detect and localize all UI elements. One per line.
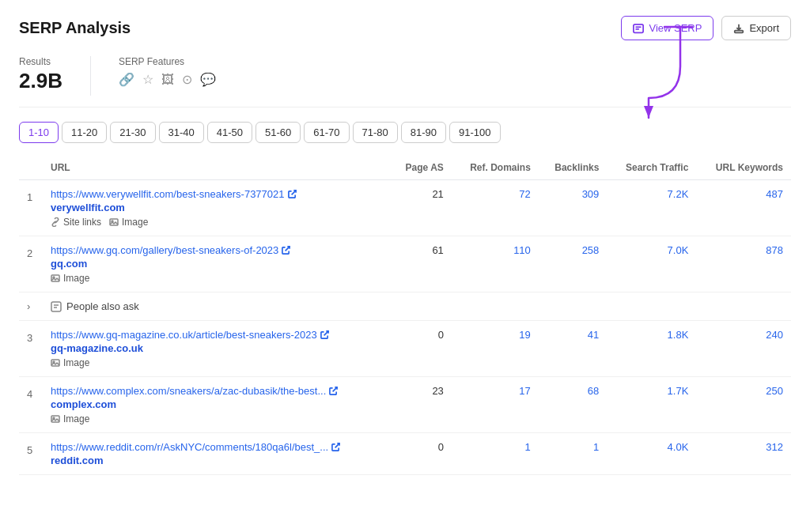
search-traffic-val[interactable]: 7.2K — [607, 180, 696, 236]
domain-link[interactable]: reddit.com — [51, 455, 382, 466]
row-num: 4 — [19, 377, 43, 433]
ref-domains-val[interactable]: 1 — [452, 433, 539, 475]
domain-link[interactable]: gq-magazine.co.uk — [51, 342, 382, 354]
svg-rect-12 — [51, 302, 61, 311]
col-url-keywords: URL Keywords — [696, 156, 791, 180]
url-link[interactable]: https://www.gq.com/gallery/best-sneakers… — [51, 244, 382, 256]
page-btn-71-80[interactable]: 71-80 — [353, 122, 398, 143]
image-feature-icon — [51, 414, 60, 424]
page-btn-91-100[interactable]: 91-100 — [449, 122, 500, 143]
backlinks-val[interactable]: 309 — [539, 180, 608, 236]
results-block: Results 2.9B — [19, 56, 62, 93]
url-link[interactable]: https://www.verywellfit.com/best-sneaker… — [51, 188, 382, 200]
view-serp-icon — [633, 23, 644, 34]
col-url: URL — [43, 156, 390, 180]
domain-link[interactable]: gq.com — [51, 258, 382, 270]
link-icon[interactable]: 🔗 — [119, 72, 134, 87]
image-feature-icon — [51, 274, 60, 283]
row-num: 1 — [19, 180, 43, 236]
expand-icon-cell: › — [19, 292, 43, 321]
image-tag-1: Image — [109, 217, 148, 228]
url-link[interactable]: https://www.reddit.com/r/AskNYC/comments… — [51, 441, 382, 453]
export-button[interactable]: Export — [721, 16, 791, 40]
meta-divider — [90, 56, 91, 96]
ref-domains-val[interactable]: 72 — [452, 180, 539, 236]
ref-domains-val[interactable]: 110 — [452, 236, 539, 292]
url-keywords-val[interactable]: 878 — [696, 236, 791, 292]
domain-link[interactable]: verywellfit.com — [51, 202, 382, 213]
serp-features-icons: 🔗 ☆ 🖼 ⊙ 💬 — [119, 72, 216, 87]
export-icon — [733, 23, 744, 34]
page-as-val: 0 — [390, 321, 452, 377]
backlinks-val[interactable]: 41 — [539, 321, 608, 377]
image-feature-icon — [51, 358, 60, 368]
meta-section: Results 2.9B SERP Features 🔗 ☆ 🖼 ⊙ 💬 — [19, 56, 791, 108]
url-keywords-val[interactable]: 250 — [696, 377, 791, 433]
results-label: Results — [19, 56, 62, 67]
serp-features-block: SERP Features 🔗 ☆ 🖼 ⊙ 💬 — [119, 56, 216, 87]
search-traffic-val[interactable]: 4.0K — [607, 433, 696, 475]
page-btn-31-40[interactable]: 31-40 — [159, 122, 204, 143]
comment-icon[interactable]: 💬 — [200, 72, 216, 87]
serp-table: URL Page AS Ref. Domains Backlinks Searc… — [19, 156, 791, 475]
url-cell: https://www.verywellfit.com/best-sneaker… — [43, 180, 390, 236]
page-as-val: 61 — [390, 236, 452, 292]
page-btn-1-10[interactable]: 1-10 — [19, 122, 59, 143]
chevron-right-icon[interactable]: › — [27, 300, 30, 312]
page-btn-41-50[interactable]: 41-50 — [207, 122, 252, 143]
external-link-icon — [331, 443, 340, 451]
col-num — [19, 156, 43, 180]
image-tag-3: Image — [51, 357, 89, 368]
external-link-icon — [329, 387, 338, 395]
page-btn-81-90[interactable]: 81-90 — [401, 122, 446, 143]
url-cell: https://www.gq.com/gallery/best-sneakers… — [43, 236, 390, 292]
page-btn-61-70[interactable]: 61-70 — [304, 122, 349, 143]
url-cell: https://www.reddit.com/r/AskNYC/comments… — [43, 433, 390, 475]
image-tag-2: Image — [51, 273, 89, 284]
url-link[interactable]: https://www.gq-magazine.co.uk/article/be… — [51, 329, 382, 341]
results-count: 2.9B — [19, 69, 62, 93]
image-icon[interactable]: 🖼 — [161, 73, 174, 87]
image-feature-icon — [109, 217, 119, 227]
search-traffic-val[interactable]: 1.8K — [607, 321, 696, 377]
domain-link[interactable]: complex.com — [51, 398, 382, 410]
table-row: 3 https://www.gq-magazine.co.uk/article/… — [19, 321, 791, 377]
page-header: SERP Analysis View SERP Export — [19, 16, 791, 40]
url-keywords-val[interactable]: 312 — [696, 433, 791, 475]
search-traffic-val[interactable]: 7.0K — [607, 236, 696, 292]
backlinks-val[interactable]: 258 — [539, 236, 608, 292]
view-serp-button[interactable]: View SERP — [621, 16, 713, 40]
url-keywords-val[interactable]: 487 — [696, 180, 791, 236]
svg-line-6 — [291, 191, 296, 195]
backlinks-val[interactable]: 68 — [539, 377, 608, 433]
page-as-val: 21 — [390, 180, 452, 236]
page-as-val: 23 — [390, 377, 452, 433]
header-actions: View SERP Export — [621, 16, 791, 40]
svg-line-21 — [335, 443, 340, 448]
table-row: 4 https://www.complex.com/sneakers/a/zac… — [19, 377, 791, 433]
row-num: 3 — [19, 321, 43, 377]
table-row: 2 https://www.gq.com/gallery/best-sneake… — [19, 236, 791, 292]
table-row: 1 https://www.verywellfit.com/best-sneak… — [19, 180, 791, 236]
image-tag-4: Image — [51, 413, 89, 424]
svg-line-9 — [286, 247, 290, 251]
svg-rect-3 — [735, 30, 744, 32]
people-also-ask-row: › People also ask — [19, 292, 791, 321]
ref-domains-val[interactable]: 19 — [452, 321, 539, 377]
external-link-icon — [288, 190, 297, 198]
url-keywords-val[interactable]: 240 — [696, 321, 791, 377]
star-icon[interactable]: ☆ — [142, 72, 153, 87]
backlinks-val[interactable]: 1 — [539, 433, 608, 475]
search-traffic-val[interactable]: 1.7K — [607, 377, 696, 433]
page-btn-51-60[interactable]: 51-60 — [255, 122, 301, 143]
ref-domains-val[interactable]: 17 — [452, 377, 539, 433]
page-btn-21-30[interactable]: 21-30 — [110, 122, 155, 143]
table-row: 5 https://www.reddit.com/r/AskNYC/commen… — [19, 433, 791, 475]
play-icon[interactable]: ⊙ — [182, 72, 192, 87]
url-cell: https://www.complex.com/sneakers/a/zac-d… — [43, 377, 390, 433]
svg-line-18 — [333, 387, 338, 392]
page-btn-11-20[interactable]: 11-20 — [62, 122, 107, 143]
svg-marker-4 — [644, 106, 653, 118]
url-link[interactable]: https://www.complex.com/sneakers/a/zac-d… — [51, 385, 382, 397]
svg-line-15 — [324, 331, 328, 336]
